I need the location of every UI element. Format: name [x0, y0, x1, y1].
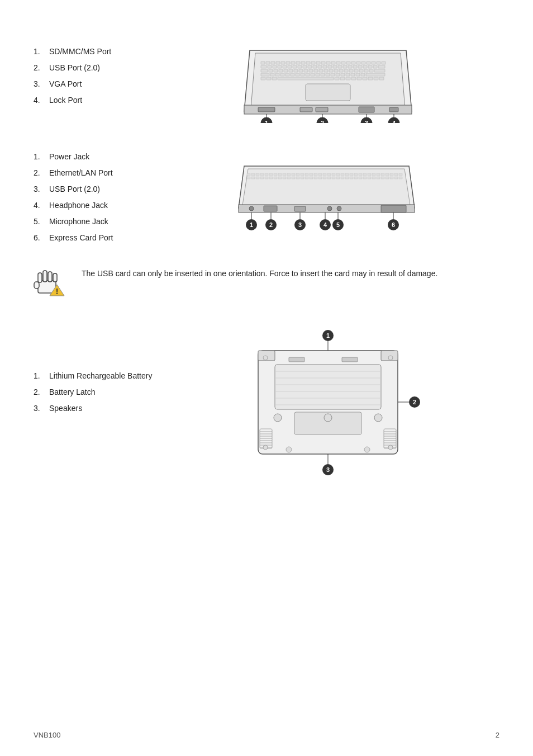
item-label: Power Jack [49, 151, 89, 163]
svg-rect-61 [353, 65, 357, 68]
svg-rect-22 [281, 62, 285, 64]
svg-rect-189 [345, 177, 349, 179]
item-label: USB Port (2.0) [49, 62, 100, 74]
svg-rect-21 [276, 62, 280, 64]
svg-rect-120 [363, 77, 367, 80]
svg-rect-182 [314, 177, 317, 179]
svg-rect-121 [368, 77, 373, 80]
svg-rect-133 [251, 173, 255, 176]
svg-rect-173 [274, 177, 277, 179]
svg-text:2: 2 [269, 221, 273, 228]
svg-rect-201 [399, 177, 402, 179]
svg-rect-224 [53, 273, 57, 282]
svg-rect-62 [358, 65, 362, 68]
svg-rect-19 [266, 62, 270, 64]
item-label: Microphone Jack [49, 216, 108, 228]
svg-rect-52 [308, 65, 312, 68]
svg-rect-222 [43, 271, 47, 282]
svg-rect-154 [345, 173, 349, 176]
svg-rect-181 [310, 177, 313, 179]
list-item: 3. Speakers [34, 403, 156, 414]
svg-rect-45 [273, 65, 277, 68]
svg-rect-145 [305, 173, 308, 176]
svg-rect-20 [271, 62, 275, 64]
svg-point-245 [324, 414, 332, 422]
svg-rect-242 [289, 357, 304, 362]
svg-rect-194 [368, 177, 371, 179]
svg-rect-75 [304, 69, 308, 72]
svg-point-129 [327, 206, 332, 211]
svg-rect-101 [321, 73, 325, 76]
svg-text:1: 1 [326, 332, 330, 339]
section3-diagram: 1 [156, 325, 499, 504]
svg-point-269 [286, 447, 292, 452]
svg-rect-136 [265, 173, 268, 176]
svg-rect-64 [368, 65, 372, 68]
svg-text:4: 4 [323, 221, 327, 228]
svg-point-270 [364, 447, 370, 452]
svg-rect-50 [298, 65, 302, 68]
svg-rect-18 [261, 62, 265, 64]
svg-rect-113 [272, 77, 277, 80]
svg-text:3: 3 [298, 221, 302, 228]
svg-rect-165 [394, 173, 398, 176]
svg-rect-73 [294, 69, 298, 72]
svg-rect-160 [372, 173, 375, 176]
svg-rect-223 [48, 272, 52, 282]
section1: 1. SD/MMC/MS Port 2. USB Port (2.0) 3. V… [34, 34, 499, 123]
item-label: VGA Port [49, 78, 82, 90]
svg-text:!: ! [56, 287, 59, 296]
svg-text:3: 3 [326, 466, 330, 473]
svg-rect-141 [287, 173, 291, 176]
svg-rect-69 [274, 69, 278, 72]
svg-rect-53 [313, 65, 317, 68]
svg-rect-86 [359, 69, 363, 72]
item-label: Lock Port [49, 94, 82, 106]
svg-rect-94 [285, 73, 289, 76]
svg-rect-177 [292, 177, 295, 179]
section3-list: 1. Lithium Rechargeable Battery 2. Batte… [34, 325, 156, 419]
svg-rect-33 [336, 62, 340, 64]
svg-rect-85 [354, 69, 358, 72]
item-label: Ethernet/LAN Port [49, 167, 113, 179]
svg-rect-1 [258, 107, 275, 112]
svg-rect-131 [381, 205, 406, 212]
svg-rect-34 [341, 62, 345, 64]
svg-rect-144 [301, 173, 304, 176]
svg-rect-127 [264, 206, 277, 211]
svg-rect-78 [319, 69, 323, 72]
item-num: 2. [34, 167, 49, 179]
svg-rect-128 [294, 206, 306, 211]
svg-rect-5 [389, 107, 398, 112]
svg-rect-29 [316, 62, 320, 64]
svg-rect-179 [301, 177, 304, 179]
svg-rect-74 [299, 69, 303, 72]
item-label: Battery Latch [49, 386, 96, 398]
svg-rect-172 [269, 177, 273, 179]
item-num: 6. [34, 232, 49, 244]
svg-rect-102 [326, 73, 330, 76]
svg-rect-192 [359, 177, 362, 179]
item-num: 1. [34, 46, 49, 58]
svg-text:6: 6 [392, 221, 395, 228]
svg-rect-164 [390, 173, 393, 176]
item-num: 3. [34, 183, 49, 195]
svg-rect-108 [356, 73, 360, 76]
svg-rect-176 [287, 177, 291, 179]
svg-rect-105 [341, 73, 345, 76]
svg-rect-184 [323, 177, 326, 179]
svg-rect-196 [377, 177, 380, 179]
item-label: Lithium Rechargeable Battery [49, 370, 152, 382]
svg-rect-60 [348, 65, 352, 68]
svg-rect-243 [342, 357, 358, 362]
svg-rect-143 [296, 173, 299, 176]
list-item: 1. Power Jack [34, 151, 156, 163]
laptop-bottom-diagram: 1 [233, 325, 423, 504]
item-num: 3. [34, 78, 49, 90]
svg-rect-91 [270, 73, 274, 76]
svg-rect-42 [382, 62, 386, 64]
svg-rect-37 [356, 62, 360, 64]
svg-rect-168 [251, 177, 255, 179]
svg-rect-65 [373, 65, 377, 68]
svg-rect-40 [372, 62, 375, 64]
